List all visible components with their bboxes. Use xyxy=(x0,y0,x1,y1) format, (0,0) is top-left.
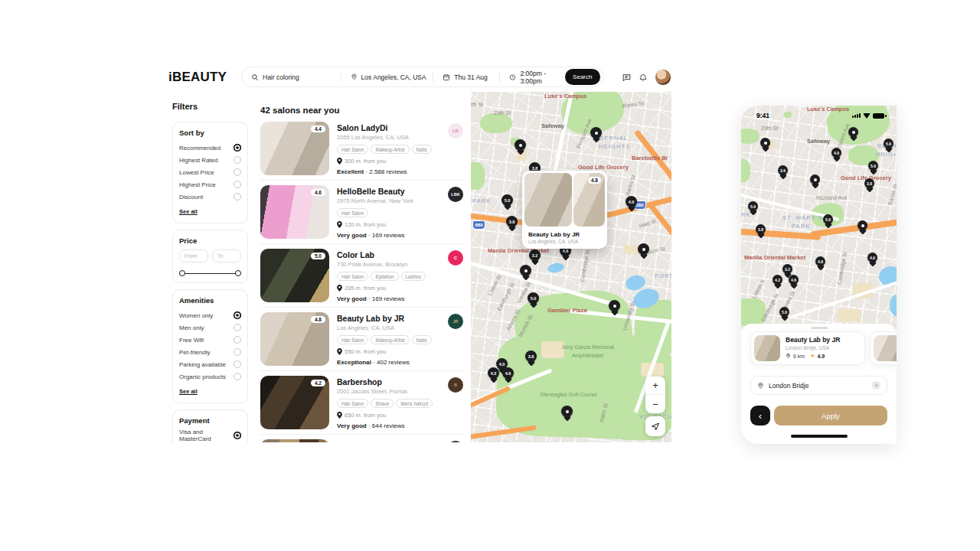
map-pin[interactable] xyxy=(520,265,531,276)
slider-handle-max[interactable] xyxy=(235,270,241,276)
map-pin[interactable] xyxy=(590,127,602,139)
sheet-drag-handle[interactable] xyxy=(811,327,828,329)
filter-option[interactable]: Discount xyxy=(179,191,241,203)
tag-chip: Shave xyxy=(371,399,394,408)
radio-button[interactable] xyxy=(234,181,241,188)
sort-see-all-link[interactable]: See all xyxy=(179,208,198,215)
radio-button[interactable] xyxy=(234,324,241,331)
phone-map[interactable]: Luke's Campus29th StSafewayProspect AveB… xyxy=(741,106,897,330)
filters-title: Filters xyxy=(172,102,248,111)
salon-card-partial[interactable] xyxy=(870,331,897,365)
chat-icon[interactable] xyxy=(622,72,632,86)
salon-listing[interactable]: BarbershopB xyxy=(260,439,463,442)
salon-tags: Hair SalonMakeup ArtistNails xyxy=(337,145,440,154)
radio-button[interactable] xyxy=(234,336,241,344)
radio-button[interactable] xyxy=(234,156,241,164)
map-pin[interactable]: 4.2 xyxy=(773,275,782,285)
map-pin[interactable]: 5.0 xyxy=(748,201,758,211)
filter-option[interactable]: Men only xyxy=(179,321,241,334)
price-slider[interactable] xyxy=(179,270,241,276)
salon-listing[interactable]: 4.6HelloBelle Beauty2975 North Avenue, N… xyxy=(260,185,463,239)
map-pin[interactable]: 5.0 xyxy=(868,161,878,171)
map-pin[interactable]: 4.0 xyxy=(626,196,637,207)
search-button[interactable]: Search xyxy=(565,69,600,85)
zoom-out-button[interactable]: − xyxy=(645,395,665,413)
price-from-input[interactable] xyxy=(179,249,208,262)
radio-button[interactable] xyxy=(234,144,241,152)
date-field[interactable]: Thu 31 Aug xyxy=(433,67,499,86)
map-pin[interactable]: 3.8 xyxy=(525,350,537,362)
salon-tags: Hair SalonEpilationLashes xyxy=(337,272,440,281)
salon-info: Salon LadyDi2055 Los Angeles, CA, USAHai… xyxy=(337,122,440,175)
filter-option[interactable]: Highest Rated xyxy=(179,154,241,166)
map-pin[interactable] xyxy=(760,138,770,148)
amenities-see-all-link[interactable]: See all xyxy=(179,388,198,395)
price-to-input[interactable] xyxy=(212,249,241,262)
filter-option[interactable]: Highest Price xyxy=(179,178,241,191)
salon-address: 2055 Los Angeles, CA, USA xyxy=(337,134,440,141)
map-pin[interactable]: 4.6 xyxy=(789,275,799,285)
filter-option[interactable]: Organic products xyxy=(179,370,241,383)
location-field[interactable]: Los Angeles, CA, USA xyxy=(341,67,433,86)
search-query-field[interactable]: Hair coloring xyxy=(242,67,341,86)
map-pin[interactable]: 5.0 xyxy=(528,292,539,304)
map-pin[interactable]: 4.8 xyxy=(815,256,825,266)
avatar[interactable] xyxy=(655,69,671,86)
filter-option[interactable]: Pet-friendly xyxy=(179,346,241,358)
bell-icon[interactable] xyxy=(639,72,648,86)
filter-option[interactable]: Visa and MasterCard xyxy=(179,429,241,442)
radio-button[interactable] xyxy=(234,348,241,356)
location-input[interactable]: London Bridje × xyxy=(750,376,887,395)
map-pin[interactable]: 3.8 xyxy=(506,216,518,227)
apply-button[interactable]: Apply xyxy=(774,406,887,425)
clear-icon[interactable]: × xyxy=(872,381,880,390)
filter-option[interactable]: Lowest Price xyxy=(179,166,241,178)
filter-option[interactable]: Recommended xyxy=(179,142,241,154)
map-popup[interactable]: 4.8 Beauty Lab by JR Los Angeles, CA, US… xyxy=(522,171,607,249)
map-pin[interactable]: 4.0 xyxy=(867,253,877,262)
time-field[interactable]: 2:00pm - 3:00pm xyxy=(500,67,564,86)
salon-card[interactable]: Beauty Lab by JR London Bridje, USA 6 km… xyxy=(750,331,865,365)
map-pin[interactable] xyxy=(609,300,620,311)
map-pin[interactable]: 3.8 xyxy=(864,178,874,188)
salon-listing[interactable]: 4.4Salon LadyDi2055 Los Angeles, CA, USA… xyxy=(260,122,463,175)
map-pin[interactable]: 3.2 xyxy=(529,249,541,261)
map-pin[interactable] xyxy=(514,139,526,151)
map-pin[interactable] xyxy=(810,174,820,184)
radio-button[interactable] xyxy=(234,168,241,176)
radio-button[interactable] xyxy=(234,432,241,439)
back-button[interactable]: ‹ xyxy=(750,406,770,425)
map-pin[interactable]: 3.6 xyxy=(778,165,788,175)
map-pin[interactable]: 3.2 xyxy=(782,264,792,274)
map-pin[interactable]: 4.6 xyxy=(502,367,514,379)
salon-listing[interactable]: 4.2Barbershop2001 Jacobs Street, Florida… xyxy=(260,376,463,429)
slider-handle-min[interactable] xyxy=(179,270,185,276)
zoom-in-button[interactable]: + xyxy=(645,377,665,395)
filter-option[interactable]: Free Wifi xyxy=(179,334,241,346)
filter-option[interactable]: Parking available xyxy=(179,358,241,370)
radio-button[interactable] xyxy=(234,373,241,380)
map-pin[interactable] xyxy=(561,406,573,417)
map-pin[interactable]: 5.0 xyxy=(779,307,789,317)
map-pin[interactable]: 5.0 xyxy=(501,194,513,206)
map-pin[interactable]: 5.0 xyxy=(884,139,893,148)
map-pin[interactable]: 4.2 xyxy=(488,367,499,379)
salon-listing[interactable]: 5.0Color Lab730 Pride Avenue, BrooklynHa… xyxy=(260,249,463,302)
map-pin[interactable] xyxy=(858,220,867,230)
search-icon xyxy=(251,73,259,81)
map-pin[interactable] xyxy=(848,127,858,137)
salon-tags: Hair SalonMakeup ArtistNails xyxy=(337,335,440,344)
map[interactable]: Luke's Campus8th St29th StRipley StSafew… xyxy=(471,92,671,442)
locate-button[interactable] xyxy=(645,416,665,436)
map-pin[interactable]: 3.8 xyxy=(756,224,766,234)
salon-logo-badge: C xyxy=(448,250,463,266)
radio-button[interactable] xyxy=(234,311,241,319)
map-pin[interactable] xyxy=(638,243,649,255)
logo: iBEAUTY xyxy=(168,70,227,85)
map-pin[interactable]: 4.0 xyxy=(831,148,841,158)
map-pin[interactable]: 5.0 xyxy=(823,214,833,224)
salon-listing[interactable]: 4.8Beauty Lab by JRLos Angeles, CA, USAH… xyxy=(260,312,463,366)
radio-button[interactable] xyxy=(234,193,241,201)
filter-option[interactable]: Women only xyxy=(179,309,241,321)
radio-button[interactable] xyxy=(234,360,241,368)
